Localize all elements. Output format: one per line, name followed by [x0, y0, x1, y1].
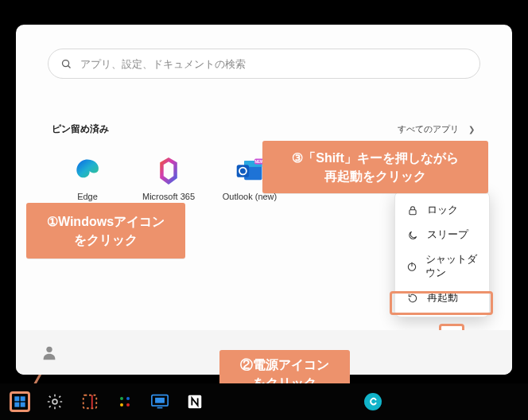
svg-rect-20 — [21, 402, 25, 407]
power-item-lock[interactable]: ロック — [395, 198, 489, 223]
m365-icon — [154, 157, 183, 185]
pmi-label: シャットダウン — [425, 253, 478, 280]
edge-icon — [73, 157, 102, 185]
callout-3: ③「Shift」キーを押しながら 再起動をクリック — [262, 141, 488, 193]
svg-point-27 — [126, 403, 130, 406]
power-icon — [406, 260, 417, 273]
svg-rect-19 — [14, 402, 19, 407]
taskbar-snip[interactable] — [80, 391, 100, 412]
chevron-right-icon: ❯ — [468, 125, 475, 134]
pmi-label: 再起動 — [427, 291, 458, 305]
taskbar-settings[interactable] — [45, 391, 65, 412]
svg-point-16 — [46, 347, 52, 352]
taskbar — [0, 383, 528, 420]
search-icon — [60, 57, 72, 70]
app-icon — [118, 395, 131, 408]
all-apps-label: すべてのアプリ — [398, 123, 459, 135]
all-apps-button[interactable]: すべてのアプリ ❯ — [391, 120, 481, 138]
pinned-title: ピン留め済み — [52, 122, 109, 136]
monitor-icon — [151, 394, 169, 410]
canva-icon — [363, 392, 382, 411]
taskbar-app-2[interactable] — [149, 391, 170, 412]
power-menu: ロック スリープ シャットダウン 再起動 — [394, 191, 490, 317]
svg-point-26 — [120, 403, 123, 406]
svg-rect-17 — [14, 396, 19, 401]
search-box[interactable] — [48, 49, 480, 79]
taskbar-app-1[interactable] — [115, 391, 135, 412]
gear-icon — [46, 393, 64, 410]
app-label: Edge — [77, 192, 98, 202]
svg-rect-9 — [237, 165, 249, 177]
pmi-label: ロック — [427, 204, 458, 217]
svg-point-25 — [126, 397, 130, 400]
search-input[interactable] — [80, 58, 468, 70]
power-item-restart[interactable]: 再起動 — [395, 286, 489, 310]
taskbar-canva[interactable] — [363, 391, 383, 412]
notion-icon — [186, 393, 204, 410]
svg-point-21 — [52, 399, 57, 404]
power-item-shutdown[interactable]: シャットダウン — [395, 247, 489, 286]
svg-rect-22 — [83, 395, 97, 409]
moon-icon — [406, 229, 419, 242]
snip-icon — [81, 393, 99, 410]
svg-point-3 — [62, 60, 68, 66]
taskbar-notion[interactable] — [184, 391, 205, 412]
outlook-icon: NEW — [235, 157, 264, 185]
callout-1: ①Windowsアイコン をクリック — [26, 203, 185, 259]
user-avatar[interactable] — [40, 343, 59, 362]
lock-icon — [406, 204, 419, 217]
svg-point-32 — [364, 393, 382, 410]
svg-rect-11 — [410, 209, 416, 214]
svg-rect-29 — [155, 398, 165, 403]
start-menu-panel: ピン留め済み すべてのアプリ ❯ Edge — [16, 25, 512, 375]
pmi-label: スリープ — [427, 228, 468, 242]
windows-icon — [14, 393, 26, 410]
svg-rect-18 — [21, 396, 25, 401]
power-item-sleep[interactable]: スリープ — [395, 223, 489, 247]
svg-point-24 — [120, 397, 123, 400]
svg-line-4 — [68, 65, 70, 68]
restart-icon — [406, 292, 419, 305]
start-button[interactable] — [10, 391, 30, 412]
